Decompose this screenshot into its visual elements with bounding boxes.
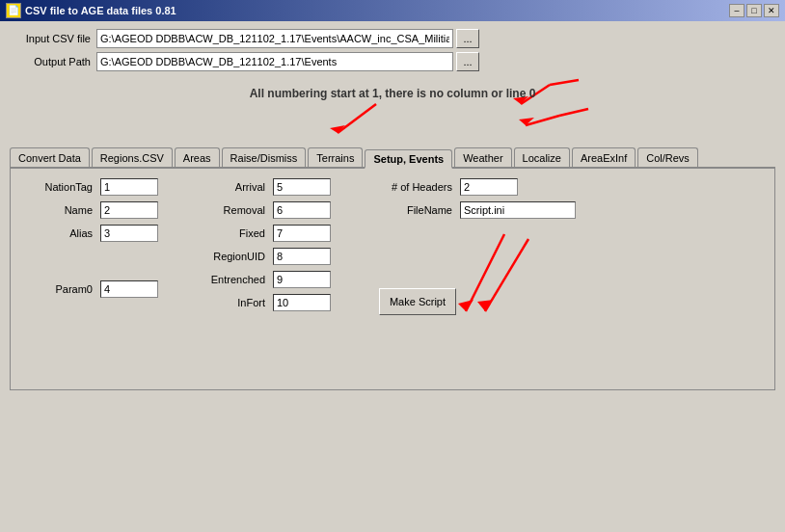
alias-label: Alias [24, 227, 96, 239]
info-text: All numbering start at 1, there is no co… [250, 87, 536, 100]
removal-label: Removal [197, 204, 269, 216]
svg-marker-11 [477, 300, 493, 311]
svg-line-8 [466, 234, 504, 311]
svg-marker-9 [458, 300, 474, 311]
tab-convert-data[interactable]: Convert Data [10, 147, 90, 167]
svg-line-2 [550, 80, 579, 85]
output-path-field[interactable] [96, 52, 453, 71]
close-button[interactable]: ✕ [764, 4, 779, 17]
headers-label: # of Headers [369, 181, 456, 193]
window-body: Input CSV file ... Output Path ... All n… [0, 21, 785, 532]
tab-setup-events[interactable]: Setup, Events [365, 149, 452, 169]
entrenched-input[interactable] [273, 271, 331, 288]
svg-line-5 [559, 109, 588, 116]
filename-row: FileName [369, 201, 576, 219]
fixed-label: Fixed [197, 227, 269, 239]
tab-raise-dismiss[interactable]: Raise/Dismiss [222, 147, 307, 167]
alias-input[interactable] [100, 225, 158, 242]
tab-areas[interactable]: Areas [175, 147, 220, 167]
fixed-input[interactable] [273, 225, 331, 242]
removal-row: Removal [197, 201, 331, 219]
regionuid-label: RegionUID [197, 251, 269, 262]
name-input[interactable] [100, 201, 158, 219]
window-title: CSV file to AGE data files 0.81 [25, 5, 176, 16]
infort-row: InFort [197, 294, 331, 311]
arrows-area: All numbering start at 1, there is no co… [10, 75, 775, 147]
arrival-label: Arrival [197, 181, 269, 193]
output-browse-button[interactable]: ... [456, 52, 479, 71]
entrenched-label: Entrenched [197, 274, 269, 285]
removal-input[interactable] [273, 201, 331, 219]
infort-label: InFort [197, 297, 269, 308]
filename-input[interactable] [460, 201, 576, 219]
fixed-row: Fixed [197, 225, 331, 242]
entrenched-row: Entrenched [197, 271, 331, 288]
tab-col-revs[interactable]: Col/Revs [637, 147, 698, 167]
input-csv-row: Input CSV file ... [10, 29, 775, 48]
infort-input[interactable] [273, 294, 331, 311]
headers-input[interactable] [460, 178, 518, 196]
maximize-button[interactable]: □ [746, 4, 762, 17]
tab-terrains[interactable]: Terrains [308, 147, 363, 167]
tab-localize[interactable]: Localize [514, 147, 570, 167]
arrival-input[interactable] [273, 178, 331, 196]
alias-row: Alias [24, 225, 158, 242]
svg-line-6 [338, 104, 376, 133]
nationtag-label: NationTag [24, 181, 96, 193]
app-icon: 📄 [6, 3, 21, 18]
input-browse-button[interactable]: ... [456, 29, 479, 48]
title-bar: 📄 CSV file to AGE data files 0.81 – □ ✕ [0, 0, 785, 21]
field-group-col2: Arrival Removal Fixed RegionUID Entrench… [197, 178, 331, 315]
field-group-col1: NationTag Name Alias Param0 [24, 178, 158, 315]
tab-areaexinf[interactable]: AreaExInf [572, 147, 636, 167]
field-group-col3: # of Headers FileName [369, 178, 576, 315]
input-csv-label: Input CSV file [10, 33, 96, 44]
param0-label: Param0 [24, 283, 96, 295]
nationtag-row: NationTag [24, 178, 158, 196]
name-label: Name [24, 204, 96, 216]
output-path-label: Output Path [10, 56, 96, 67]
input-csv-field[interactable] [96, 29, 453, 48]
minimize-button[interactable]: – [729, 4, 744, 17]
name-row: Name [24, 201, 158, 219]
param0-row: Param0 [24, 280, 158, 298]
regionuid-input[interactable] [273, 248, 331, 265]
tab-weather[interactable]: Weather [454, 147, 511, 167]
arrival-row: Arrival [197, 178, 331, 196]
filename-label: FileName [369, 204, 456, 216]
output-path-row: Output Path ... [10, 52, 775, 71]
nationtag-input[interactable] [100, 178, 158, 196]
tab-content: NationTag Name Alias Param0 [10, 169, 775, 390]
headers-row: # of Headers [369, 178, 576, 196]
param0-input[interactable] [100, 280, 158, 298]
tabs-bar: Convert Data Regions.CSV Areas Raise/Dis… [10, 147, 775, 169]
regionuid-row: RegionUID [197, 248, 331, 265]
window-controls: – □ ✕ [729, 4, 779, 17]
tab-regions-csv[interactable]: Regions.CSV [92, 147, 173, 167]
